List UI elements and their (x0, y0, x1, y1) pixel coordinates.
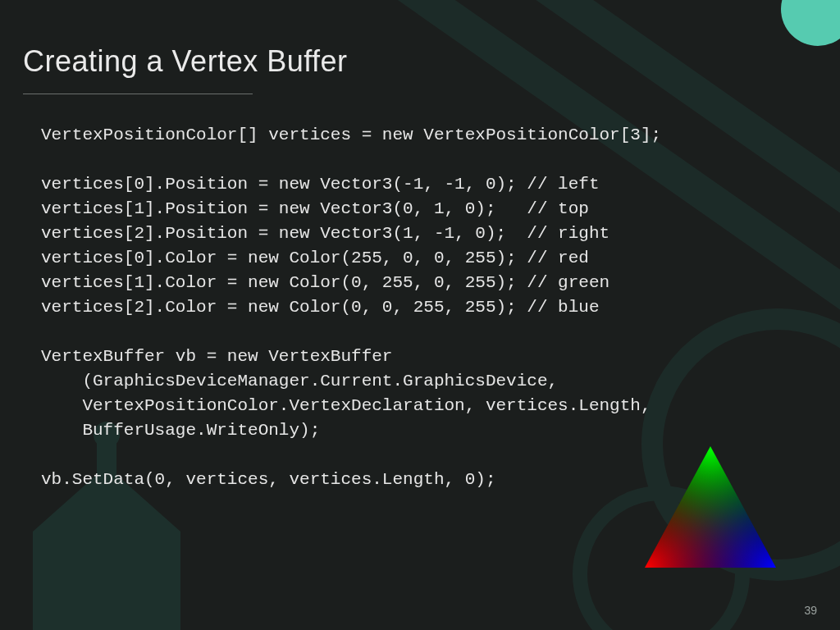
svg-rect-8 (49, 589, 66, 614)
svg-rect-9 (75, 589, 92, 614)
svg-rect-5 (75, 556, 92, 581)
slide: Creating a Vertex Buffer VertexPositionC… (0, 0, 840, 630)
title-underline (23, 94, 253, 94)
svg-rect-16 (637, 441, 784, 573)
svg-rect-10 (102, 589, 118, 614)
svg-rect-4 (49, 556, 66, 581)
svg-rect-6 (102, 556, 118, 581)
page-title: Creating a Vertex Buffer (23, 44, 348, 79)
page-number: 39 (804, 604, 817, 617)
code-block: VertexPositionColor[] vertices = new Ver… (41, 123, 661, 492)
svg-rect-11 (128, 589, 144, 614)
rgb-triangle-icon (637, 441, 784, 573)
svg-rect-7 (128, 556, 144, 581)
